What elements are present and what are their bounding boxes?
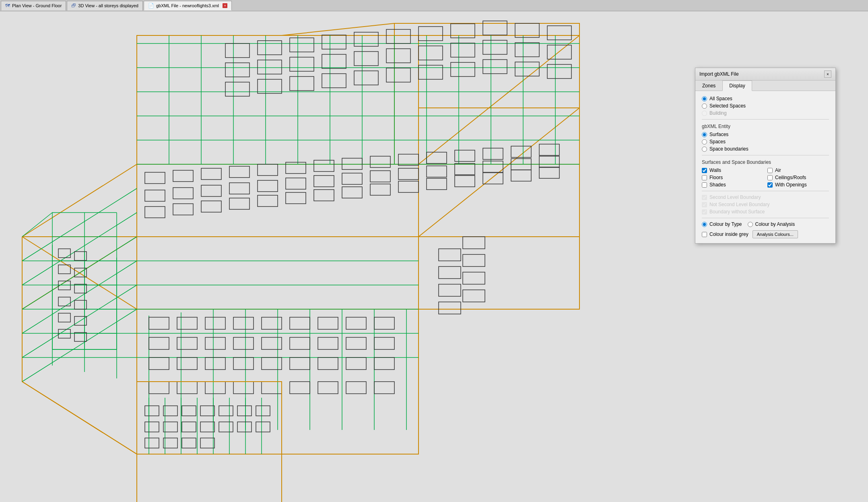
checkbox-walls[interactable]	[702, 168, 707, 173]
label-all-spaces: All Spaces	[709, 96, 732, 101]
analysis-colours-button[interactable]: Analysis Colours...	[753, 230, 798, 238]
divider-4	[702, 218, 829, 218]
dialog-content: All Spaces Selected Spaces Building gbXM…	[695, 91, 835, 243]
tab-bar: 🗺 Plan View - Ground Floor 🗗 3D View - a…	[0, 0, 868, 11]
checkbox-with-openings[interactable]	[767, 182, 773, 188]
checkbox-row-ceilings-roofs: Ceilings/Roofs	[767, 175, 829, 180]
radio-colour-by-analysis[interactable]	[748, 222, 753, 227]
radio-row-building: Building	[702, 110, 829, 116]
surfaces-checkbox-grid: Walls Air Floors Ceilings/Roofs Shades	[702, 167, 829, 188]
checkbox-floors[interactable]	[702, 175, 707, 180]
gbxml-icon: 📄	[148, 3, 154, 8]
radio-all-spaces[interactable]	[702, 96, 707, 101]
checkbox-row-colour-inside-grey: Colour inside grey	[702, 231, 748, 237]
tab-zones[interactable]: Zones	[695, 81, 722, 91]
radio-spaces-entity[interactable]	[702, 139, 707, 145]
label-colour-by-type: Colour by Type	[709, 221, 742, 227]
label-colour-inside-grey: Colour inside grey	[709, 231, 748, 237]
surfaces-section-label: Surfaces and Space Boundaries	[702, 159, 829, 165]
main-viewport: Import gbXML File × Zones Display All Sp…	[0, 11, 868, 502]
radio-surfaces[interactable]	[702, 132, 707, 137]
label-ceilings-roofs: Ceilings/Roofs	[775, 175, 806, 180]
spaces-radio-group: All Spaces Selected Spaces Building	[702, 96, 829, 116]
checkbox-air[interactable]	[767, 168, 773, 173]
checkbox-row-boundary-without-surface: Boundary without Surface	[702, 209, 829, 215]
tab-3d-view-label: 3D View - all storeys displayed	[78, 3, 138, 8]
label-surfaces: Surfaces	[709, 132, 728, 137]
tab-3d-view[interactable]: 🗗 3D View - all storeys displayed	[67, 1, 143, 10]
checkbox-colour-inside-grey[interactable]	[702, 232, 707, 237]
entity-section-label: gbXML Entity	[702, 124, 829, 129]
checkbox-row-air: Air	[767, 167, 829, 173]
radio-row-space-boundaries: Space boundaries	[702, 146, 829, 152]
label-boundary-without-surface: Boundary without Surface	[709, 209, 765, 215]
label-colour-by-analysis: Colour by Analysis	[755, 221, 795, 227]
checkbox-ceilings-roofs[interactable]	[767, 175, 773, 180]
radio-row-spaces: Spaces	[702, 139, 829, 145]
dialog-title: Import gbXML File	[699, 71, 739, 77]
checkbox-row-not-second-level: Not Second Level Boundary	[702, 202, 829, 207]
entity-radio-group: Surfaces Spaces Space boundaries	[702, 132, 829, 152]
radio-space-boundaries[interactable]	[702, 147, 707, 152]
checkbox-row-with-openings: With Openings	[767, 182, 829, 188]
radio-colour-by-type[interactable]	[702, 222, 707, 227]
radio-row-colour-by-analysis: Colour by Analysis	[748, 221, 795, 227]
label-walls: Walls	[709, 167, 721, 173]
label-space-boundaries: Space boundaries	[709, 146, 748, 152]
tab-plan-view[interactable]: 🗺 Plan View - Ground Floor	[1, 1, 66, 10]
label-shades: Shades	[709, 182, 726, 188]
tab-close-button[interactable]: ×	[223, 3, 227, 8]
label-selected-spaces: Selected Spaces	[709, 103, 746, 109]
label-spaces-entity: Spaces	[709, 139, 726, 145]
radio-row-surfaces: Surfaces	[702, 132, 829, 137]
colour-by-row: Colour by Type Colour by Analysis	[702, 221, 829, 227]
tab-display[interactable]: Display	[722, 81, 752, 91]
checkbox-row-second-level: Second Level Boundary	[702, 194, 829, 200]
tab-plan-view-label: Plan View - Ground Floor	[12, 3, 62, 8]
import-gbxml-dialog: Import gbXML File × Zones Display All Sp…	[695, 68, 836, 244]
checkbox-shades[interactable]	[702, 182, 707, 188]
bottom-row: Colour inside grey Analysis Colours...	[702, 230, 829, 238]
label-building: Building	[709, 110, 727, 116]
divider-1	[702, 119, 829, 120]
checkbox-not-second-level-boundary[interactable]	[702, 202, 707, 207]
checkbox-boundary-without-surface[interactable]	[702, 209, 707, 215]
radio-building[interactable]	[702, 111, 707, 116]
label-second-level-boundary: Second Level Boundary	[709, 194, 761, 200]
label-floors: Floors	[709, 175, 723, 180]
divider-3	[702, 191, 829, 191]
checkbox-row-shades: Shades	[702, 182, 763, 188]
dialog-tab-bar: Zones Display	[695, 81, 835, 91]
radio-selected-spaces[interactable]	[702, 103, 707, 109]
checkbox-row-floors: Floors	[702, 175, 763, 180]
label-with-openings: With Openings	[775, 182, 807, 188]
dialog-close-button[interactable]: ×	[824, 70, 831, 78]
checkbox-row-walls: Walls	[702, 167, 763, 173]
label-not-second-level-boundary: Not Second Level Boundary	[709, 202, 769, 207]
dialog-titlebar: Import gbXML File ×	[695, 68, 835, 81]
3d-view-icon: 🗗	[71, 3, 76, 8]
tab-gbxml-file[interactable]: 📄 gbXML File - newrooflights3.xml ×	[144, 1, 232, 10]
plan-view-icon: 🗺	[5, 3, 10, 8]
radio-row-selected-spaces: Selected Spaces	[702, 103, 829, 109]
checkbox-second-level-boundary[interactable]	[702, 195, 707, 200]
divider-2	[702, 155, 829, 155]
label-air: Air	[775, 167, 781, 173]
radio-row-colour-by-type: Colour by Type	[702, 221, 742, 227]
tab-gbxml-label: gbXML File - newrooflights3.xml	[156, 3, 219, 8]
radio-row-all-spaces: All Spaces	[702, 96, 829, 101]
boundary-checkbox-group: Second Level Boundary Not Second Level B…	[702, 194, 829, 215]
